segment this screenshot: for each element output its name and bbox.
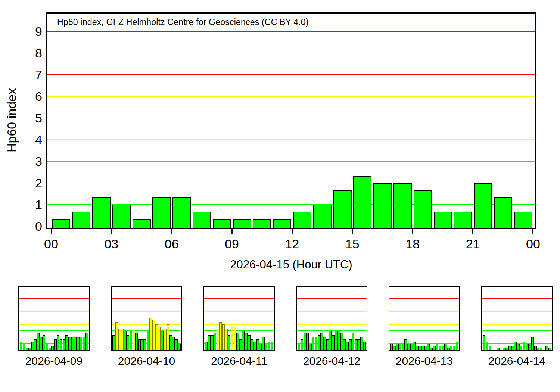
bar (329, 331, 332, 350)
y-tick-label: 7 (9, 68, 42, 81)
bar (424, 346, 427, 350)
mini-bars (390, 287, 458, 350)
bar-slot (135, 287, 138, 350)
bar-slot (144, 287, 147, 350)
y-tick-label: 0 (9, 220, 42, 233)
x-tick-label: 03 (94, 237, 128, 250)
bar-slot (57, 287, 60, 350)
bar (259, 344, 262, 350)
bar (74, 337, 77, 350)
bar-slot (413, 287, 416, 350)
bar (130, 331, 132, 350)
bar-slot (251, 287, 253, 350)
bar (434, 212, 452, 228)
bar (450, 346, 452, 350)
bar (523, 342, 525, 350)
bar-slot (231, 287, 234, 350)
bar-slot (393, 14, 413, 228)
main-bars (51, 14, 533, 228)
bar (393, 346, 396, 350)
bar-slot (212, 14, 232, 228)
mini-chart-caption: 2026-04-10 (111, 355, 182, 367)
bar-slot (337, 287, 340, 350)
bar-slot (222, 287, 225, 350)
bar (60, 339, 62, 350)
bar (211, 335, 214, 350)
bar-slot (23, 287, 26, 350)
bar-slot (317, 287, 320, 350)
bar (112, 335, 115, 350)
bar (430, 348, 433, 350)
bar (138, 339, 141, 350)
bar (147, 331, 149, 350)
bar-slot (473, 14, 493, 228)
bar-slot (68, 287, 71, 350)
bar (164, 329, 167, 350)
bar-slot (161, 287, 164, 350)
bar-slot (517, 287, 520, 350)
bar-slot (211, 287, 214, 350)
bar-slot (312, 287, 315, 350)
bar-slot (413, 14, 433, 228)
bar-slot (444, 287, 447, 350)
bar-slot (343, 287, 346, 350)
bar (332, 335, 335, 350)
bar (77, 337, 80, 350)
bar-slot (548, 287, 551, 350)
bar (323, 337, 326, 350)
x-tick-mark (532, 229, 533, 234)
bar-slot (272, 14, 292, 228)
bar-slot (28, 287, 31, 350)
bar-slot (268, 287, 271, 350)
bar-slot (513, 14, 533, 228)
bar-slot (265, 287, 268, 350)
bar-slot (152, 14, 172, 228)
bar-slot (172, 14, 192, 228)
bar (152, 197, 171, 228)
bar (40, 337, 43, 350)
bar (118, 329, 121, 350)
bar (545, 346, 548, 350)
bar (43, 335, 45, 350)
bar (442, 346, 444, 350)
bar (447, 348, 450, 350)
bar (526, 344, 528, 350)
bar (318, 335, 320, 350)
bar (83, 337, 85, 350)
bar (228, 335, 230, 350)
bar (135, 333, 138, 350)
bar-slot (373, 14, 393, 228)
mini-plot-area (112, 287, 181, 350)
bar (352, 333, 354, 350)
bar (503, 348, 505, 350)
bar (23, 344, 25, 350)
bar-slot (225, 287, 228, 350)
bar (427, 344, 430, 350)
bar (306, 333, 309, 350)
bar-slot (419, 287, 421, 350)
bar (26, 348, 28, 350)
bar (92, 197, 111, 228)
mini-chart-caption: 2026-04-12 (296, 355, 367, 367)
bar (149, 318, 152, 351)
bar (301, 339, 303, 350)
bar (357, 339, 360, 350)
bar (271, 342, 273, 350)
bar-slot (511, 287, 514, 350)
bar (453, 346, 455, 350)
bar (205, 342, 208, 350)
bar-slot (130, 287, 133, 350)
bar (68, 337, 71, 350)
bar-slot (360, 287, 363, 350)
bar (309, 344, 312, 350)
bar (158, 327, 161, 350)
x-tick-label: 00 (516, 237, 550, 250)
bar-slot (390, 287, 393, 350)
bar (217, 329, 219, 350)
bar (343, 339, 346, 350)
bar (456, 342, 458, 350)
bar (416, 346, 419, 350)
bar (193, 212, 211, 228)
bar-slot (208, 287, 211, 350)
x-tick-mark (51, 229, 52, 234)
